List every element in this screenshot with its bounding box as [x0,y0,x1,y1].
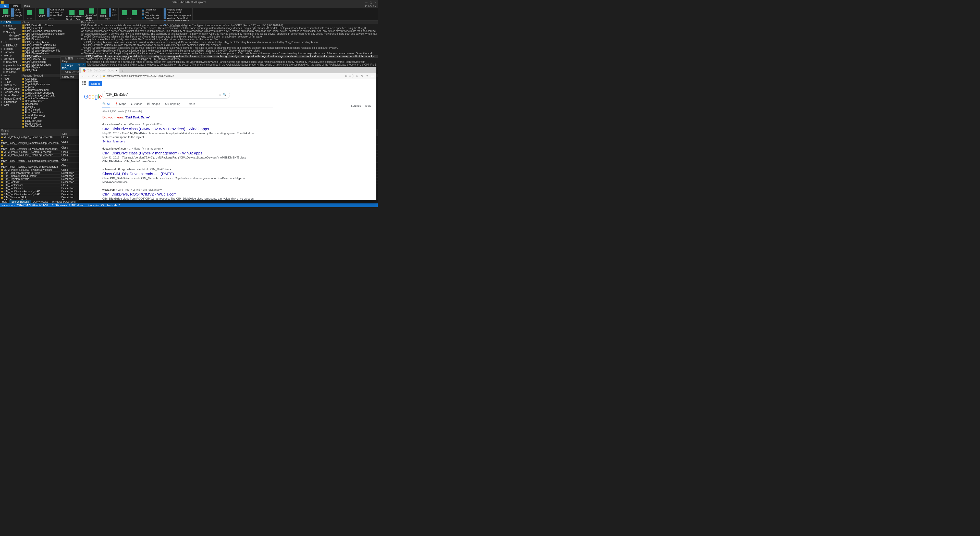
Query-button[interactable]: Query [37,8,46,17]
result-sublinks[interactable]: Syntax · Members [102,140,256,143]
result-url[interactable]: docs.microsoft.com › Windows › Apps › Wi… [102,123,256,126]
help-button[interactable]: Help [142,11,160,14]
tree-node-protectionmanagement[interactable]: ⊞protectionManagement [0,64,21,67]
browser-tab[interactable]: "CIM_DiskDrive" - Goog ✕ [81,68,119,73]
address-bar[interactable]: 🔒 https://www.google.com/search?q=%22CIM… [100,74,353,78]
class-col-header[interactable]: Class [21,21,80,24]
registry-editor-button[interactable]: Registry Editor [164,8,191,11]
expander-icon[interactable]: ⊟ [0,57,3,59]
class-row[interactable]: CIM_DeviceServiceImplementationAn associ… [21,32,378,35]
expander-icon[interactable]: ⊞ [0,77,3,80]
search-icon[interactable]: 🔍 [223,93,227,97]
tree-node-subscription[interactable]: ⊞subscription [0,100,21,103]
control-panel-button[interactable]: Control Panel [164,11,191,14]
tree-node-securityclient[interactable]: ⊞SecurityClient [0,67,21,70]
search-results-button[interactable]: Search Results [142,17,160,19]
cancel-query-button[interactable]: Cancel Query [47,8,64,11]
expander-icon[interactable]: ⊞ [0,91,3,93]
expander-icon[interactable]: ⊞ [0,74,3,76]
expander-icon[interactable]: ⊟ [0,21,3,23]
tree-node-cimv2[interactable]: ⊟CIMV2 [0,21,21,24]
tree-node-wmi[interactable]: ⊞WMI [0,103,21,107]
expander-icon[interactable]: ⊞ [0,94,3,96]
notes-icon[interactable]: ✎ [361,74,363,78]
favorites-icon[interactable]: ☆ [355,74,358,78]
share-icon[interactable]: ⇪ [366,74,369,78]
tree-node-interop[interactable]: ⊞Interop [0,54,21,57]
chevron-down-icon[interactable]: ▾ [160,123,162,126]
chevron-down-icon[interactable]: ▾ [170,168,171,171]
query-results-button[interactable]: Query Results [142,14,160,17]
result-url[interactable]: docs.microsoft.com › ... › Hyper-V manag… [102,147,256,150]
powershell-button[interactable]: PowerShell [142,8,160,11]
PowerShell Script-button[interactable]: PowerShell Script [68,8,76,22]
gnav-images[interactable]: 🖼Images [147,102,160,106]
chevron-down-icon[interactable]: ▾ [162,147,164,150]
gnav-videos[interactable]: ▶Videos [130,102,142,106]
expander-icon[interactable] [0,34,3,36]
computer-management-button[interactable]: Computer Management [164,14,191,17]
tools-link[interactable]: Tools [364,104,371,107]
class-row[interactable]: CIM_DeviceSoftwareThe CIM_DeviceSoftware… [21,35,378,38]
bottom-tab-search-results[interactable]: Search Results [10,200,31,204]
expander-icon[interactable]: ⊞ [0,51,3,53]
class-row[interactable]: CIM_DirectoryDirectory is a type of file… [21,38,378,41]
expander-icon[interactable]: ⊞ [3,61,5,63]
output-col-name[interactable]: Name [0,132,60,136]
expander-icon[interactable]: ⊞ [3,44,5,46]
class-row[interactable]: CIM_DirectoryActionThe CIM_DirectoryActi… [21,41,378,44]
class-row[interactable]: CIM_DirectorySpecification The CIM_Direc… [21,46,378,49]
back-button[interactable]: ← [81,74,84,78]
chevron-down-icon[interactable]: ▾ [160,188,162,191]
google-settings-tools[interactable]: Settings Tools [351,104,371,107]
PowerShell Studio Project-button[interactable]: PowerShell Studio Project [87,8,96,22]
home-button[interactable]: ⌂ [96,74,98,78]
clear-search-icon[interactable]: ✕ [219,93,221,97]
expander-icon[interactable]: ⊞ [0,104,3,106]
style-switcher[interactable]: ◐ Style ▾ [365,5,376,7]
gnav-all[interactable]: 🔍All [102,102,110,107]
tree-node-power[interactable]: power [0,27,21,31]
tools-tab[interactable]: Tools [21,4,32,8]
xml-button[interactable]: XML [109,11,117,14]
copy-button[interactable]: Copy [11,8,22,11]
new-tab-button[interactable]: + [121,68,125,73]
tab-close-icon[interactable]: ✕ [115,69,118,72]
reader-icon[interactable]: ▤ [345,75,347,77]
expander-icon[interactable] [0,27,3,30]
class-row[interactable]: CIM_DirectoryContainsFileThe CIM_Directo… [21,44,378,46]
property-list-button[interactable]: Property List [47,11,64,14]
PowerShell Form-button[interactable]: PowerShell Form [77,8,86,22]
result-title[interactable]: CIM_DiskDrive class (CIMWin32 WMI Provid… [102,127,256,131]
msdn-button[interactable]: MSDN [11,11,22,14]
ctx-msdn-help[interactable]: MSDN HelpCtrl+M [61,57,86,63]
google-apps-icon[interactable] [83,81,86,85]
result-title[interactable]: CIM_DiskDrive class (Hyper-V management)… [102,151,256,155]
tree-node-hardware[interactable]: ⊞Hardware [0,51,21,54]
windows-powershell-button[interactable]: Windows PowerShell [164,17,191,19]
bottom-tabs[interactable]: HelpSearch ResultsQuery resultsWindows P… [0,200,378,204]
tree-node-securitycenter2[interactable]: ⊞SecurityCenter2 [0,91,21,94]
expander-icon[interactable]: ⊞ [0,100,3,103]
tree-node-security[interactable]: ⊟Security [0,31,21,34]
gnav-more[interactable]: ⋮More [185,102,195,106]
minimize-button[interactable]: — [365,1,368,3]
gnav-shopping[interactable]: 🏷Shopping [165,102,180,106]
refresh-button[interactable]: ⟳ [92,74,94,78]
class-row[interactable]: CIM_DeviceErrorCountsCIM_DeviceErrorCoun… [21,24,378,27]
result-url[interactable]: schemas.dmtf.org › wbem › cim-html › CIM… [102,168,256,171]
google-button[interactable]: Google [11,14,22,17]
HTML-button[interactable]: HTML [99,8,108,17]
bottom-tab-windows-powershell[interactable]: Windows PowerShell [50,200,78,204]
more-icon[interactable]: ⋯ [371,74,374,78]
settings-link[interactable]: Settings [351,104,361,107]
class-row[interactable]: CIM_DirectorySpecificationFile The CIM_D… [21,49,378,52]
find1-button[interactable] [120,8,129,17]
expander-icon[interactable]: ⊞ [0,81,3,83]
expander-icon[interactable]: ⊞ [3,71,5,73]
expander-icon[interactable]: ⊞ [0,84,3,86]
filter-button[interactable] [25,8,34,17]
tree-node-standardcimv2[interactable]: ⊞StandardCimv2 [0,97,21,100]
expander-icon[interactable]: ⊟ [3,31,5,33]
tree-node-security[interactable]: ⊞SECURITY [0,84,21,87]
